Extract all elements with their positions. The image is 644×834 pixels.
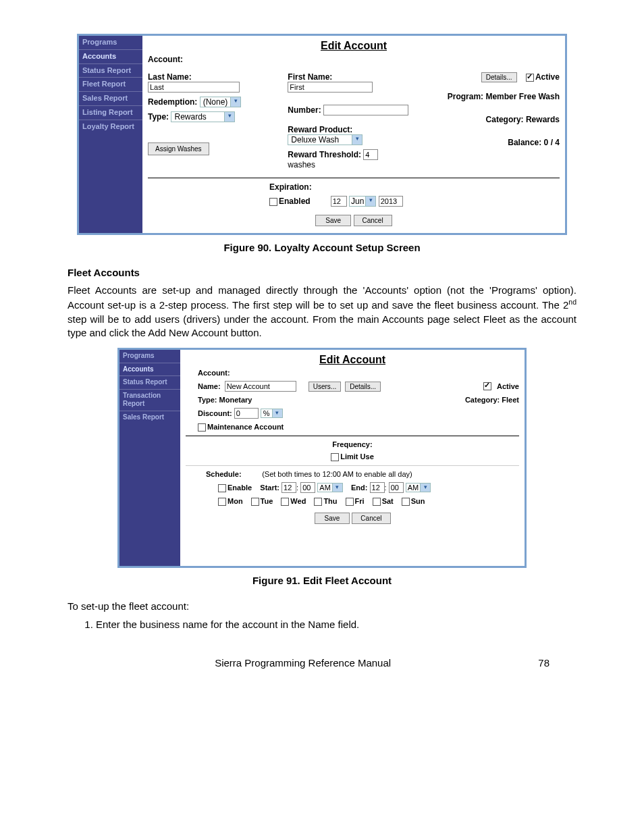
exp-year-input[interactable] [379, 196, 403, 207]
day-thu-label: Thu [323, 497, 337, 505]
footer-title: Sierra Programming Reference Manual [215, 657, 391, 669]
save-button[interactable]: Save [315, 513, 350, 524]
number-input[interactable] [323, 105, 408, 115]
sidebar-item-fleet-report[interactable]: Fleet Report [79, 78, 142, 92]
chevron-down-icon[interactable]: ▾ [224, 112, 234, 122]
sidebar-item-transaction-report[interactable]: Transaction Report [119, 390, 180, 411]
setup-intro: To set-up the fleet account: [68, 600, 576, 613]
day-fri-checkbox[interactable] [346, 498, 354, 506]
day-thu-checkbox[interactable] [314, 498, 322, 506]
sidebar: Programs Accounts Status Report Transact… [119, 350, 180, 566]
reward-threshold-label: Reward Threshold: [288, 150, 361, 159]
chevron-down-icon[interactable]: ▾ [272, 409, 282, 417]
category-label: Category: Rewards [428, 115, 560, 124]
schedule-hint: (Set both times to 12:00 AM to enable al… [262, 470, 412, 478]
exp-day-input[interactable] [331, 196, 347, 207]
day-sat-label: Sat [382, 497, 394, 505]
active-label: Active [497, 382, 519, 390]
main-panel: Edit Account Account: Name: Users... Det… [180, 350, 525, 566]
sidebar-item-accounts[interactable]: Accounts [119, 363, 180, 377]
end-min-input[interactable] [389, 482, 404, 493]
chevron-down-icon[interactable]: ▾ [230, 97, 240, 107]
day-fri-label: Fri [355, 497, 365, 505]
cancel-button[interactable]: Cancel [354, 215, 392, 226]
frequency-label: Frequency: [186, 440, 519, 448]
chevron-down-icon[interactable]: ▾ [420, 484, 430, 492]
lastname-input[interactable] [148, 82, 240, 93]
fleet-accounts-heading: Fleet Accounts [68, 267, 576, 278]
sidebar-item-status-report[interactable]: Status Report [119, 376, 180, 390]
type-label: Type: Monetary [198, 396, 252, 404]
limit-use-label: Limit Use [340, 452, 374, 461]
discount-unit-select[interactable]: % [261, 409, 272, 417]
account-label: Account: [148, 55, 560, 64]
day-sun-label: Sun [411, 497, 425, 505]
reward-product-select[interactable]: Deluxe Wash [288, 135, 352, 145]
maintenance-checkbox[interactable] [198, 423, 206, 432]
save-button[interactable]: Save [315, 215, 351, 226]
sidebar: Programs Accounts Status Report Fleet Re… [79, 36, 142, 233]
account-label: Account: [198, 369, 519, 377]
sidebar-item-status-report[interactable]: Status Report [79, 64, 142, 78]
enabled-checkbox[interactable] [269, 198, 277, 206]
figure-caption: Figure 90. Loyalty Account Setup Screen [68, 242, 576, 253]
name-input[interactable] [225, 381, 296, 392]
day-wed-label: Wed [290, 497, 306, 505]
sidebar-item-programs[interactable]: Programs [79, 36, 142, 50]
schedule-label: Schedule: [206, 470, 242, 478]
reward-threshold-input[interactable] [363, 149, 378, 160]
sidebar-item-accounts[interactable]: Accounts [79, 50, 142, 64]
day-wed-checkbox[interactable] [281, 498, 289, 506]
number-label: Number: [288, 105, 321, 115]
details-button[interactable]: Details... [481, 72, 517, 82]
start-min-input[interactable] [300, 482, 315, 493]
assign-washes-button[interactable]: Assign Washes [148, 142, 209, 155]
name-label: Name: [198, 382, 221, 390]
figure-caption: Figure 91. Edit Fleet Account [68, 575, 576, 586]
start-ampm-select[interactable]: AM [318, 484, 332, 492]
start-hour-input[interactable] [281, 482, 296, 493]
start-label: Start: [260, 484, 279, 492]
fleet-account-screenshot: Programs Accounts Status Report Transact… [117, 348, 527, 568]
expiration-label: Expiration: [269, 182, 560, 192]
exp-month-select[interactable]: Jun [350, 197, 365, 206]
active-label: Active [535, 72, 560, 82]
footer-page-number: 78 [538, 657, 549, 669]
chevron-down-icon[interactable]: ▾ [332, 484, 342, 492]
type-label: Type: [148, 112, 169, 122]
day-sat-checkbox[interactable] [373, 498, 381, 506]
cancel-button[interactable]: Cancel [352, 513, 390, 524]
end-hour-input[interactable] [370, 482, 385, 493]
loyalty-account-screenshot: Programs Accounts Status Report Fleet Re… [77, 34, 567, 235]
firstname-input[interactable] [288, 82, 373, 93]
day-tue-checkbox[interactable] [251, 498, 259, 506]
details-button[interactable]: Details... [345, 382, 381, 392]
active-checkbox[interactable] [526, 74, 534, 82]
redemption-label: Redemption: [148, 97, 197, 107]
sidebar-item-sales-report[interactable]: Sales Report [119, 411, 180, 424]
users-button[interactable]: Users... [308, 382, 341, 392]
chevron-down-icon[interactable]: ▾ [365, 197, 375, 206]
limit-use-checkbox[interactable] [331, 453, 339, 461]
maintenance-label: Maintenance Account [207, 423, 284, 431]
day-sun-checkbox[interactable] [402, 498, 410, 506]
end-ampm-select[interactable]: AM [406, 484, 421, 492]
sidebar-item-sales-report[interactable]: Sales Report [79, 92, 142, 106]
day-tue-label: Tue [261, 497, 273, 505]
sidebar-item-loyalty-report[interactable]: Loyalty Report [79, 120, 142, 134]
sidebar-item-listing-report[interactable]: Listing Report [79, 106, 142, 120]
end-label: End: [351, 484, 367, 492]
enabled-label: Enabled [279, 197, 311, 206]
day-mon-checkbox[interactable] [218, 498, 226, 506]
redemption-select[interactable]: (None) [200, 97, 231, 107]
reward-threshold-tail: washes [288, 160, 419, 170]
day-mon-label: Mon [227, 497, 243, 505]
type-select[interactable]: Rewards [171, 112, 224, 122]
sidebar-item-programs[interactable]: Programs [119, 350, 180, 363]
program-label: Program: Member Free Wash [428, 92, 560, 101]
active-checkbox[interactable] [483, 382, 491, 390]
lastname-label: Last Name: [148, 72, 279, 82]
schedule-enable-checkbox[interactable] [218, 484, 226, 492]
chevron-down-icon[interactable]: ▾ [352, 135, 362, 145]
discount-input[interactable] [234, 408, 259, 419]
